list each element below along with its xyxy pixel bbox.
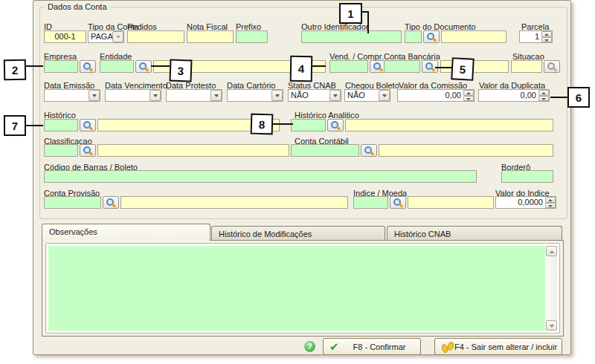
tab-observacoes[interactable]: Observações xyxy=(42,224,210,241)
callout-line-7 xyxy=(26,125,43,126)
help-icon[interactable]: ? xyxy=(304,341,315,352)
f8-confirmar-label: F8 - Confirmar xyxy=(341,342,417,351)
nota-fiscal-field[interactable] xyxy=(187,30,234,43)
conta-bancaria-code-field[interactable] xyxy=(384,60,420,73)
chegou-boleto-select[interactable]: NÃO xyxy=(344,89,390,102)
data-vencimento-select[interactable] xyxy=(105,89,161,102)
data-cartorio-select[interactable] xyxy=(227,89,283,102)
chevron-down-icon xyxy=(329,90,341,101)
situacao-search-button[interactable] xyxy=(544,60,560,73)
search-icon xyxy=(83,120,93,131)
historico-analitico-code-field[interactable] xyxy=(291,119,326,131)
callout-3: 3 xyxy=(169,59,192,82)
search-icon-disabled xyxy=(547,62,557,72)
callout-6: 6 xyxy=(567,87,590,108)
chevron-down-icon xyxy=(550,325,554,328)
conta-provisao-code-field[interactable] xyxy=(44,196,101,209)
scrollbar[interactable] xyxy=(546,246,557,331)
tab-historico-modificacoes[interactable]: Histórico de Modificações xyxy=(211,226,385,241)
historico-analitico-search-button[interactable] xyxy=(327,119,344,131)
screenshot-stage: Dados da Conta ID 000-1 Tipo da Conta PA… xyxy=(0,0,595,364)
search-icon xyxy=(83,146,93,156)
chegou-boleto-value: NÃO xyxy=(345,90,379,101)
observacoes-textarea[interactable] xyxy=(48,246,545,331)
callout-line-6 xyxy=(550,97,567,98)
callout-line-5 xyxy=(435,67,451,68)
empresa-code-field[interactable] xyxy=(44,60,78,73)
historico-analitico-desc-field[interactable] xyxy=(345,119,553,131)
parcela-stepper[interactable]: 1 xyxy=(519,30,553,43)
callout-5: 5 xyxy=(451,57,475,81)
tab-historico-cnab[interactable]: Histórico CNAB xyxy=(387,226,562,241)
historico-code-field[interactable] xyxy=(44,119,78,131)
empresa-search-button[interactable] xyxy=(80,60,96,73)
chevron-down-icon xyxy=(210,90,222,101)
spinner-buttons[interactable] xyxy=(463,90,474,101)
f8-confirmar-button[interactable]: ✔ F8 - Confirmar xyxy=(323,338,421,355)
valor-duplicata-value: 0,00 xyxy=(479,90,538,101)
classificacao-code-field[interactable] xyxy=(44,144,78,157)
tipo-do-documento-desc-field[interactable] xyxy=(441,30,506,43)
valor-indice-value: 0,0000 xyxy=(496,197,545,208)
valor-comissao-stepper[interactable]: 0,00 xyxy=(397,89,475,102)
search-icon xyxy=(330,120,341,131)
classificacao-search-button[interactable] xyxy=(80,144,96,157)
vend-compr-code-field[interactable] xyxy=(329,60,368,73)
outro-identificador-field[interactable] xyxy=(301,30,402,43)
spinner-buttons[interactable] xyxy=(545,197,556,208)
tipo-do-documento-search-button[interactable] xyxy=(423,30,440,43)
parcela-value: 1 xyxy=(520,31,541,42)
classificacao-desc-field[interactable] xyxy=(97,144,289,157)
status-cnab-value: NÃO xyxy=(289,90,329,101)
callout-4: 4 xyxy=(290,56,313,82)
situacao-field[interactable] xyxy=(511,60,542,73)
prefixo-field[interactable] xyxy=(236,30,268,43)
indice-moeda-desc-field[interactable] xyxy=(408,196,494,209)
codigo-barras-field[interactable] xyxy=(44,170,477,183)
conta-provisao-desc-field[interactable] xyxy=(120,196,348,209)
bordero-field[interactable] xyxy=(501,170,553,183)
check-icon: ✔ xyxy=(329,340,339,354)
tipo-da-conta-select[interactable]: PAGAR xyxy=(88,30,124,43)
pedidos-field[interactable] xyxy=(127,30,184,43)
callout-line-2 xyxy=(26,65,43,67)
observacoes-tab-panel xyxy=(42,240,564,337)
entidade-search-button[interactable] xyxy=(135,60,152,73)
spinner-buttons[interactable] xyxy=(538,90,549,101)
data-emissao-select[interactable] xyxy=(44,89,100,102)
search-icon xyxy=(83,62,93,72)
conta-contabil-desc-field[interactable] xyxy=(379,144,553,157)
valor-indice-stepper[interactable]: 0,0000 xyxy=(495,196,556,209)
search-icon xyxy=(138,62,149,72)
status-cnab-select[interactable]: NÃO xyxy=(288,89,341,102)
search-icon xyxy=(373,62,383,72)
indice-moeda-code-field[interactable] xyxy=(353,196,388,209)
search-icon xyxy=(426,32,437,42)
indice-moeda-search-button[interactable] xyxy=(390,196,406,209)
chevron-down-icon xyxy=(271,90,283,101)
observacoes-textarea-frame xyxy=(45,243,560,334)
conta-contabil-code-field[interactable] xyxy=(291,144,359,157)
spinner-buttons[interactable] xyxy=(541,31,552,42)
search-icon xyxy=(425,62,435,72)
data-protesto-select[interactable] xyxy=(166,89,222,102)
valor-duplicata-stepper[interactable]: 0,00 xyxy=(478,89,550,102)
f4-sair-button[interactable]: F4 - Sair sem alterar / incluir xyxy=(434,338,562,355)
historico-search-button[interactable] xyxy=(80,119,96,131)
search-icon xyxy=(393,198,403,208)
callout-1: 1 xyxy=(339,3,362,24)
conta-contabil-search-button[interactable] xyxy=(361,144,377,157)
chevron-down-icon xyxy=(89,90,100,101)
callout-line-1b xyxy=(367,11,369,33)
id-field[interactable]: 000-1 xyxy=(44,30,86,43)
tipo-do-documento-code-field[interactable] xyxy=(405,30,422,43)
scroll-down-button[interactable] xyxy=(546,320,557,331)
footprints-icon xyxy=(442,342,454,353)
group-title: Dados da Conta xyxy=(45,2,110,11)
dados-da-conta-dialog: Dados da Conta ID 000-1 Tipo da Conta PA… xyxy=(33,0,571,355)
conta-provisao-search-button[interactable] xyxy=(103,196,119,209)
callout-line-4 xyxy=(311,65,326,67)
callout-8: 8 xyxy=(251,114,274,135)
scroll-up-button[interactable] xyxy=(546,246,557,256)
entidade-code-field[interactable] xyxy=(100,60,134,73)
